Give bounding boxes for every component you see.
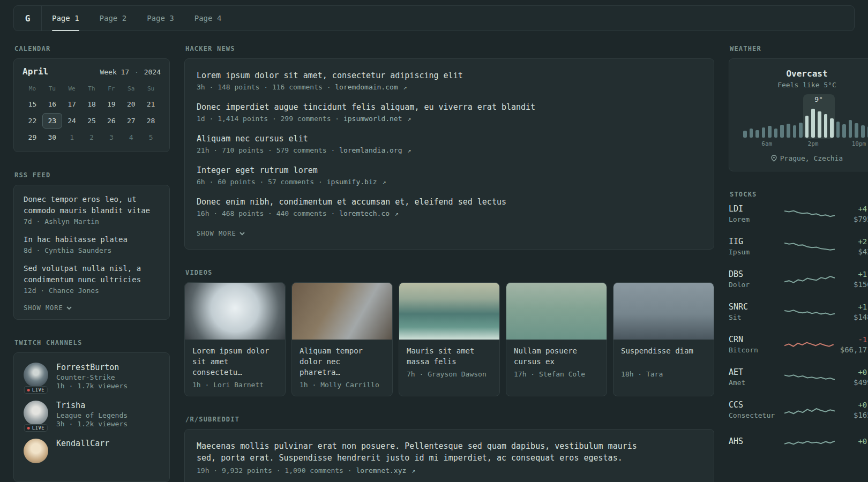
- video-card[interactable]: Suspendisse diam 18h · Tara: [613, 282, 714, 396]
- hn-domain-link[interactable]: ipsumify.biz: [327, 178, 377, 186]
- stock-symbol: IIG: [729, 237, 778, 246]
- stock-change: +1.42%: [841, 270, 868, 278]
- stock-row[interactable]: CRN Bitcorn -1.00% $66,171.48: [729, 335, 868, 354]
- hn-show-more-button[interactable]: SHOW MORE: [197, 230, 245, 237]
- chevron-down-icon: [240, 231, 245, 236]
- rss-item[interactable]: Sed volutpat nulla nisl, a condimentum n…: [24, 263, 160, 295]
- rss-item-title[interactable]: In hac habitasse platea: [24, 234, 160, 245]
- rss-item-title[interactable]: Sed volutpat nulla nisl, a condimentum n…: [24, 263, 160, 285]
- stock-row[interactable]: SNRC Sit +1.36% $148.64: [729, 302, 868, 321]
- stock-sparkline-chart: [784, 237, 835, 255]
- video-meta: 1h · Molly Carrillo: [300, 381, 385, 389]
- hn-domain-link[interactable]: ipsumworld.net: [343, 115, 402, 123]
- center-column: HACKER NEWS Lorem ipsum dolor sit amet, …: [184, 45, 714, 482]
- hn-domain-link[interactable]: loremlandia.org: [339, 146, 402, 154]
- hn-item-title[interactable]: Donec imperdiet augue tincidunt felis al…: [197, 101, 702, 113]
- stock-values: +2.84% $42.04: [841, 237, 868, 256]
- subreddit-post-meta: 19h · 9,932 points · 1,090 comments · lo…: [197, 466, 702, 475]
- tab-page-3[interactable]: Page 3: [137, 6, 184, 31]
- rss-show-more-button[interactable]: SHOW MORE: [24, 304, 72, 312]
- rss-item[interactable]: Donec tempor eros leo, ut commodo mauris…: [24, 194, 160, 225]
- subreddit-widget-title: /R/SUBREDDIT: [185, 416, 714, 423]
- stock-name: Lorem: [729, 215, 778, 223]
- video-body: Mauris sit amet massa felis 7h · Grayson…: [399, 340, 499, 385]
- stock-change: +0.92%: [841, 368, 868, 376]
- stock-price: $499.72: [841, 378, 868, 387]
- calendar-day: 28: [141, 113, 161, 129]
- stock-change: +4.35%: [841, 205, 868, 213]
- stock-price: $42.04: [841, 247, 868, 256]
- tab-page-4[interactable]: Page 4: [184, 6, 232, 31]
- video-thumbnail[interactable]: [292, 283, 392, 340]
- weather-widget: WEATHER Overcast Feels like 5°C 9° 6am 2…: [729, 45, 868, 171]
- videos-widget: VIDEOS Lorem ipsum dolor sit amet consec…: [184, 269, 714, 396]
- rss-item-meta: 7d · Ashlyn Martin: [24, 217, 160, 225]
- hn-item-title[interactable]: Lorem ipsum dolor sit amet, consectetur …: [197, 70, 702, 81]
- channel-meta: 3h · 1.2k viewers: [56, 420, 128, 428]
- video-thumbnail[interactable]: [506, 283, 607, 340]
- stock-symbol: LDI: [729, 204, 778, 214]
- stock-name: Amet: [729, 379, 778, 387]
- calendar-day-next-month: 4: [121, 130, 141, 145]
- rss-item[interactable]: In hac habitasse platea 8d · Cynthia Sau…: [24, 234, 160, 254]
- video-thumbnail[interactable]: [185, 283, 285, 340]
- calendar-day: 22: [23, 113, 42, 129]
- twitch-channel-row[interactable]: LIVE ForrestBurton Counter-Strike 1h · 1…: [24, 363, 160, 390]
- external-link-icon: ↗: [395, 210, 399, 217]
- stock-row[interactable]: CCS Consectetur +0.51% $165.84: [729, 400, 868, 419]
- calendar-day: 30: [42, 130, 62, 145]
- hacker-news-card: Lorem ipsum dolor sit amet, consectetur …: [184, 58, 714, 250]
- channel-meta: 1h · 1.7k viewers: [56, 382, 128, 390]
- hn-domain-link[interactable]: loremdomain.com: [335, 83, 398, 91]
- tab-page-2[interactable]: Page 2: [89, 6, 137, 31]
- hn-show-more-label: SHOW MORE: [197, 230, 236, 237]
- channel-name[interactable]: KendallCarr: [56, 439, 109, 448]
- channel-name[interactable]: ForrestBurton: [56, 363, 128, 372]
- video-card[interactable]: Nullam posuere cursus ex 17h · Stefan Co…: [506, 282, 607, 396]
- avatar: [24, 439, 48, 463]
- hacker-news-widget: HACKER NEWS Lorem ipsum dolor sit amet, …: [184, 45, 714, 250]
- weather-widget-title: WEATHER: [730, 45, 868, 52]
- video-title[interactable]: Nullam posuere cursus ex: [514, 345, 599, 367]
- rss-item-title[interactable]: Donec tempor eros leo, ut commodo mauris…: [24, 194, 160, 216]
- hn-domain-link[interactable]: loremtech.co: [339, 209, 390, 217]
- channel-avatar-image: [24, 401, 48, 425]
- video-card[interactable]: Mauris sit amet massa felis 7h · Grayson…: [399, 282, 500, 396]
- twitch-channel-row[interactable]: KendallCarr: [24, 439, 160, 463]
- video-card[interactable]: Aliquam tempor dolor nec pharetra… 1h · …: [291, 282, 393, 396]
- hn-item-title[interactable]: Donec enim nibh, condimentum et accumsan…: [197, 196, 702, 208]
- video-body: Lorem ipsum dolor sit amet consectetu… 1…: [185, 340, 285, 396]
- video-title[interactable]: Mauris sit amet massa felis: [407, 345, 492, 367]
- hn-item-title[interactable]: Aliquam nec cursus elit: [197, 133, 702, 145]
- stock-row[interactable]: DBS Dolor +1.42% $156.28: [729, 269, 868, 289]
- stock-info: CRN Bitcorn: [729, 335, 778, 354]
- channel-info: ForrestBurton Counter-Strike 1h · 1.7k v…: [56, 363, 128, 390]
- video-card[interactable]: Lorem ipsum dolor sit amet consectetu… 1…: [184, 282, 286, 396]
- video-title[interactable]: Lorem ipsum dolor sit amet consectetu…: [192, 345, 278, 378]
- stock-info: AET Amet: [729, 367, 778, 387]
- video-title[interactable]: Suspendisse diam: [621, 345, 706, 367]
- stocks-list: LDI Lorem +4.35% $795.18 IIG Ipsum: [729, 204, 868, 451]
- stock-row[interactable]: LDI Lorem +4.35% $795.18: [729, 204, 868, 223]
- stock-price: $165.84: [841, 411, 868, 419]
- stock-info: DBS Dolor: [729, 269, 778, 289]
- video-thumbnail[interactable]: [613, 283, 714, 340]
- stock-symbol: CRN: [729, 335, 778, 344]
- stock-values: +0.46%: [841, 437, 868, 447]
- channel-game: Counter-Strike: [56, 373, 128, 381]
- video-meta: 7h · Grayson Dawson: [407, 370, 492, 378]
- video-title[interactable]: Aliquam tempor dolor nec pharetra…: [300, 345, 385, 378]
- hn-item-title[interactable]: Integer eget rutrum lorem: [197, 164, 702, 176]
- subreddit-post-title[interactable]: Maecenas mollis pulvinar erat non posuer…: [197, 440, 657, 464]
- video-thumbnail[interactable]: [399, 283, 499, 340]
- calendar-day: 16: [42, 96, 62, 112]
- twitch-channel-row[interactable]: LIVE Trisha League of Legends 3h · 1.2k …: [24, 401, 160, 428]
- tab-page-1[interactable]: Page 1: [42, 6, 89, 31]
- channel-name[interactable]: Trisha: [56, 401, 128, 410]
- subreddit-domain-link[interactable]: loremnet.xyz: [356, 466, 406, 475]
- calendar-widget: CALENDAR April Week 17 · 2024 Mo Tu We T…: [13, 45, 170, 152]
- stock-row[interactable]: AET Amet +0.92% $499.72: [729, 367, 868, 387]
- stock-row[interactable]: IIG Ipsum +2.84% $42.04: [729, 237, 868, 256]
- stock-change: +1.36%: [841, 303, 868, 311]
- stock-row[interactable]: AHS +0.46%: [729, 433, 868, 451]
